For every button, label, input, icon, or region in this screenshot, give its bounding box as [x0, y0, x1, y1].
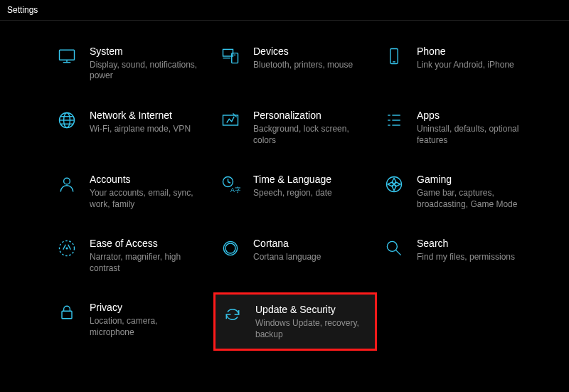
- ease-of-access-icon: [55, 237, 78, 274]
- system-icon: [55, 45, 78, 82]
- tile-desc: Display, sound, notifications, power: [90, 60, 203, 82]
- tile-desc: Speech, region, date: [253, 188, 367, 199]
- svg-point-29: [66, 248, 68, 249]
- tile-desc: Link your Android, iPhone: [417, 60, 531, 71]
- phone-icon: [383, 45, 405, 82]
- tile-title: Phone: [417, 45, 535, 58]
- svg-text:A字: A字: [230, 186, 240, 194]
- personalization-icon: [219, 109, 242, 146]
- tile-devices[interactable]: Devices Bluetooth, printers, mouse: [213, 41, 377, 86]
- tile-title: Cortana: [253, 237, 371, 250]
- tile-title: Ease of Access: [90, 237, 208, 250]
- settings-grid: System Display, sound, notifications, po…: [0, 21, 569, 351]
- tile-ease-of-access[interactable]: Ease of Access Narrator, magnifier, high…: [50, 233, 213, 278]
- search-icon: [383, 237, 405, 274]
- cortana-icon: [219, 237, 242, 274]
- tile-desc: Narrator, magnifier, high contrast: [90, 252, 203, 274]
- tile-title: Gaming: [417, 173, 535, 186]
- time-language-icon: A字: [219, 173, 242, 210]
- svg-point-32: [387, 242, 397, 252]
- svg-line-33: [396, 250, 401, 255]
- tile-privacy[interactable]: Privacy Location, camera, microphone: [50, 297, 213, 351]
- tile-title: Update & Security: [255, 303, 369, 317]
- tile-gaming[interactable]: Gaming Game bar, captures, broadcasting,…: [377, 169, 541, 214]
- tile-desc: Bluetooth, printers, mouse: [253, 60, 367, 71]
- svg-rect-34: [62, 312, 72, 319]
- update-icon: [221, 303, 244, 340]
- tile-desc: Uninstall, defaults, optional features: [417, 124, 531, 146]
- tile-network[interactable]: Network & Internet Wi-Fi, airplane mode,…: [50, 105, 213, 150]
- accounts-icon: [55, 173, 78, 210]
- svg-line-25: [228, 182, 231, 184]
- tile-system[interactable]: System Display, sound, notifications, po…: [50, 41, 213, 86]
- tile-title: Accounts: [90, 173, 208, 186]
- tile-cortana[interactable]: Cortana Cortana language: [213, 233, 377, 278]
- tile-title: System: [90, 45, 208, 58]
- tile-accounts[interactable]: Accounts Your accounts, email, sync, wor…: [50, 169, 213, 214]
- devices-icon: [219, 45, 242, 82]
- tile-title: Network & Internet: [90, 109, 208, 122]
- tile-time-language[interactable]: A字 Time & Language Speech, region, date: [213, 169, 377, 214]
- tile-desc: Cortana language: [253, 252, 367, 263]
- gaming-icon: [383, 173, 405, 210]
- tile-update-security[interactable]: Update & Security Windows Update, recove…: [213, 292, 377, 351]
- tile-desc: Windows Update, recovery, backup: [255, 318, 369, 340]
- privacy-icon: [55, 301, 78, 346]
- tile-desc: Wi-Fi, airplane mode, VPN: [90, 124, 203, 135]
- tile-title: Time & Language: [253, 173, 371, 186]
- tile-personalization[interactable]: Personalization Background, lock screen,…: [213, 105, 377, 150]
- window-title: Settings: [0, 0, 569, 21]
- tile-search[interactable]: Search Find my files, permissions: [377, 233, 541, 278]
- tile-desc: Your accounts, email, sync, work, family: [90, 188, 203, 210]
- svg-rect-0: [60, 50, 75, 60]
- svg-point-22: [64, 178, 70, 184]
- apps-icon: [383, 109, 405, 146]
- tile-desc: Background, lock screen, colors: [253, 124, 367, 146]
- tile-desc: Location, camera, microphone: [90, 316, 203, 338]
- tile-title: Devices: [253, 45, 371, 58]
- tile-title: Privacy: [90, 301, 208, 314]
- tile-desc: Find my files, permissions: [417, 252, 531, 263]
- globe-icon: [55, 109, 78, 146]
- tile-title: Search: [417, 237, 535, 250]
- tile-title: Apps: [417, 109, 535, 122]
- tile-phone[interactable]: Phone Link your Android, iPhone: [377, 41, 541, 86]
- svg-point-31: [225, 243, 235, 253]
- tile-title: Personalization: [253, 109, 371, 122]
- tile-desc: Game bar, captures, broadcasting, Game M…: [417, 188, 531, 210]
- tile-apps[interactable]: Apps Uninstall, defaults, optional featu…: [377, 105, 541, 150]
